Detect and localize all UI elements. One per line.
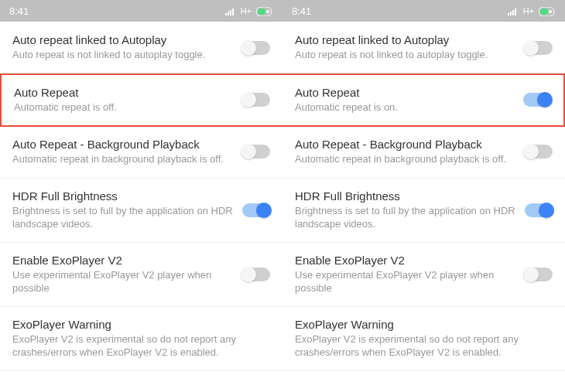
status-time: 8:41 <box>292 5 311 17</box>
setting-text: Auto Repeat - Background PlaybackAutomat… <box>12 138 242 166</box>
setting-subtitle: Automatic repeat is off. <box>14 101 233 114</box>
setting-subtitle: Automatic repeat is on. <box>295 101 514 114</box>
setting-text: Enable ExoPlayer V2Use experimental ExoP… <box>12 254 242 295</box>
toggle-knob <box>241 40 256 56</box>
toggle-knob <box>241 92 256 107</box>
svg-rect-8 <box>510 12 512 15</box>
setting-title: Auto Repeat <box>14 86 233 99</box>
status-time: 8:41 <box>9 5 29 17</box>
setting-row[interactable]: HDR Full BrightnessBrightness is set to … <box>0 179 282 243</box>
signal-icon <box>508 5 519 17</box>
svg-rect-10 <box>515 9 516 15</box>
setting-title: Auto Repeat <box>295 86 514 99</box>
setting-subtitle: Brightness is set to full by the applica… <box>12 204 233 231</box>
toggle-knob <box>241 144 256 159</box>
setting-subtitle: Brightness is set to full by the applica… <box>295 204 515 231</box>
signal-icon <box>225 5 236 17</box>
setting-subtitle: Use experimental ExoPlayer V2 player whe… <box>12 268 233 295</box>
svg-rect-1 <box>228 12 229 15</box>
setting-title: Auto repeat linked to Autoplay <box>295 33 515 46</box>
svg-rect-3 <box>232 9 234 15</box>
setting-title: ExoPlayer Warning <box>12 318 261 331</box>
toggle-knob <box>537 92 553 107</box>
setting-title: Auto repeat linked to Autoplay <box>12 33 233 46</box>
setting-title: Auto Repeat - Background Playback <box>12 138 233 151</box>
setting-row[interactable]: Auto RepeatAutomatic repeat is off. <box>0 73 282 127</box>
toggle-knob <box>523 144 539 159</box>
svg-rect-5 <box>258 9 265 15</box>
setting-text: Auto repeat linked to AutoplayAuto repea… <box>12 33 242 62</box>
setting-subtitle: ExoPlayer V2 is experimental so do not r… <box>295 332 543 360</box>
setting-subtitle: ExoPlayer V2 is experimental so do not r… <box>12 332 261 360</box>
toggle-knob <box>523 267 539 282</box>
setting-title: Enable ExoPlayer V2 <box>12 254 233 267</box>
setting-subtitle: Automatic repeat in background playback … <box>12 152 233 166</box>
toggle-knob <box>539 203 554 218</box>
status-icons: H+ <box>225 5 273 17</box>
screen-left: 8:41 H+ Auto repeat linked to AutoplayAu… <box>0 0 282 392</box>
setting-row[interactable]: ExoPlayer WarningExoPlayer V2 is experim… <box>282 307 565 371</box>
toggle-switch[interactable] <box>523 93 551 107</box>
setting-row[interactable]: Auto RepeatAutomatic repeat is on. <box>282 73 565 127</box>
setting-title: HDR Full Brightness <box>12 189 233 203</box>
setting-text: Auto repeat linked to AutoplayAuto repea… <box>295 33 525 62</box>
status-bar: 8:41 H+ <box>282 0 565 22</box>
toggle-switch[interactable] <box>525 203 553 217</box>
status-icons: H+ <box>508 5 556 17</box>
network-type: H+ <box>241 6 252 15</box>
setting-text: Auto RepeatAutomatic repeat is on. <box>295 86 523 114</box>
setting-text: Enable ExoPlayer V2Use experimental ExoP… <box>295 254 525 295</box>
toggle-switch[interactable] <box>242 268 270 281</box>
screen-right: 8:41 H+ Auto repeat linked to AutoplayAu… <box>282 0 565 392</box>
toggle-knob <box>523 40 539 56</box>
svg-rect-0 <box>225 13 227 15</box>
setting-row[interactable]: Auto Repeat - Background PlaybackAutomat… <box>282 126 565 179</box>
setting-subtitle: Auto repeat is not linked to autoplay to… <box>295 48 515 62</box>
setting-row[interactable]: HDR Full BrightnessBrightness is set to … <box>282 179 565 243</box>
toggle-switch[interactable] <box>525 268 553 281</box>
setting-text: Auto Repeat - Background PlaybackAutomat… <box>295 138 525 166</box>
setting-text: HDR Full BrightnessBrightness is set to … <box>12 189 242 231</box>
setting-row[interactable]: Auto Repeat - Background PlaybackAutomat… <box>0 126 282 179</box>
settings-list[interactable]: Auto repeat linked to AutoplayAuto repea… <box>282 22 565 392</box>
settings-list[interactable]: Auto repeat linked to AutoplayAuto repea… <box>0 22 282 392</box>
toggle-switch[interactable] <box>242 203 270 217</box>
setting-subtitle: Use experimental ExoPlayer V2 player whe… <box>295 268 515 295</box>
setting-text: Auto RepeatAutomatic repeat is off. <box>14 86 242 114</box>
toggle-switch[interactable] <box>242 145 270 159</box>
network-type: H+ <box>523 6 534 15</box>
setting-text: HDR Full BrightnessBrightness is set to … <box>295 189 525 231</box>
setting-text: ExoPlayer WarningExoPlayer V2 is experim… <box>12 318 270 360</box>
setting-row[interactable]: ExoPlayer WarningExoPlayer V2 is experim… <box>0 307 282 371</box>
svg-rect-2 <box>230 10 231 15</box>
status-bar: 8:41 H+ <box>0 0 282 22</box>
toggle-switch[interactable] <box>525 145 553 159</box>
setting-title: HDR Full Brightness <box>295 189 515 203</box>
battery-icon <box>256 5 273 17</box>
toggle-knob <box>256 203 272 218</box>
toggle-switch[interactable] <box>525 41 553 55</box>
setting-row[interactable]: Enable ExoPlayer V2Use experimental ExoP… <box>282 243 565 307</box>
setting-row[interactable]: Auto repeat linked to AutoplayAuto repea… <box>0 22 282 74</box>
setting-title: ExoPlayer Warning <box>295 318 543 331</box>
setting-title: Auto Repeat - Background Playback <box>295 138 515 151</box>
svg-rect-12 <box>540 9 548 15</box>
setting-row[interactable]: Auto repeat linked to AutoplayAuto repea… <box>282 22 565 74</box>
battery-icon <box>539 5 556 17</box>
toggle-knob <box>241 267 256 282</box>
svg-rect-9 <box>512 10 514 15</box>
toggle-switch[interactable] <box>242 41 270 55</box>
setting-subtitle: Automatic repeat in background playback … <box>295 152 515 166</box>
setting-text: ExoPlayer WarningExoPlayer V2 is experim… <box>295 318 553 360</box>
setting-title: Enable ExoPlayer V2 <box>295 254 515 267</box>
setting-row[interactable]: Enable ExoPlayer V2Use experimental ExoP… <box>0 243 282 307</box>
toggle-switch[interactable] <box>242 93 270 107</box>
setting-subtitle: Auto repeat is not linked to autoplay to… <box>12 48 233 62</box>
svg-point-13 <box>549 10 552 13</box>
svg-rect-7 <box>508 13 509 15</box>
svg-point-6 <box>266 10 269 13</box>
